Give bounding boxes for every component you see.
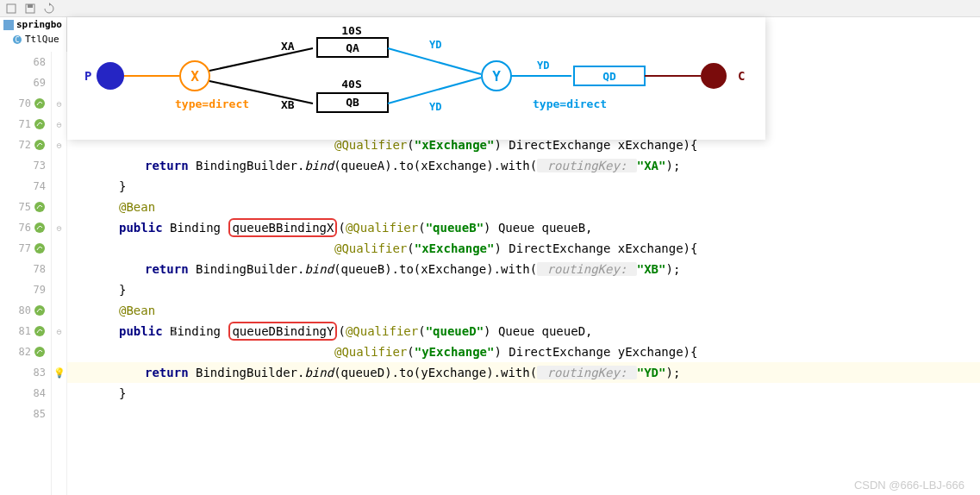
code-line-76[interactable]: public Binding queueBBindingX(@Qualifier… (67, 217, 980, 238)
bean-icon (34, 118, 46, 130)
svg-text:X: X (190, 68, 199, 85)
code-line-82[interactable]: @Qualifier("yExchange") DirectExchange y… (67, 341, 980, 362)
fold-marker[interactable]: ⊖ (52, 114, 66, 135)
save-icon[interactable] (24, 3, 36, 15)
fold-column: ⊖ ⊖ ⊖ ⊖ ⊖ (52, 52, 67, 495)
fold-marker[interactable]: ⊖ (52, 217, 66, 238)
project-root[interactable]: springbo (0, 17, 66, 32)
svg-point-40 (34, 305, 45, 316)
svg-text:YD: YD (429, 39, 441, 51)
svg-rect-0 (7, 4, 16, 13)
code-line-73[interactable]: return BindingBuilder.bind(queueA).to(xE… (67, 155, 980, 176)
code-line-79[interactable]: } (67, 279, 980, 300)
svg-text:C: C (738, 69, 745, 83)
svg-text:QA: QA (346, 41, 359, 54)
bean-icon (34, 325, 46, 337)
node-p (97, 62, 124, 90)
bean-icon (34, 304, 46, 316)
svg-line-22 (388, 78, 481, 103)
class-icon: C (12, 34, 22, 45)
svg-rect-2 (28, 4, 33, 8)
bean-icon (34, 346, 46, 358)
file-item[interactable]: C TtlQue (0, 32, 66, 47)
code-line-83[interactable]: 💡return BindingBuilder.bind(queueD).to(y… (67, 362, 980, 383)
svg-line-20 (388, 48, 481, 74)
svg-point-37 (34, 202, 45, 212)
project-label: springbo (16, 19, 62, 30)
bulb-icon[interactable]: 💡 (53, 367, 66, 379)
svg-point-34 (34, 98, 45, 109)
svg-text:XB: XB (281, 98, 295, 111)
svg-text:40S: 40S (341, 78, 362, 91)
code-line-78[interactable]: return BindingBuilder.bind(queueB).to(xE… (67, 259, 980, 279)
svg-point-39 (34, 243, 45, 254)
svg-text:YD: YD (429, 101, 441, 113)
code-line-74[interactable]: } (67, 176, 980, 197)
fold-marker[interactable]: ⊖ (52, 321, 66, 341)
code-line-81[interactable]: public Binding queueDBindingY(@Qualifier… (67, 321, 980, 341)
svg-point-41 (34, 326, 45, 336)
svg-line-10 (209, 48, 313, 71)
svg-point-35 (34, 119, 45, 129)
refresh-icon[interactable] (43, 3, 55, 15)
bean-icon (34, 242, 46, 254)
method-highlight: queueDBindingY (228, 322, 337, 341)
svg-point-38 (34, 222, 45, 233)
project-sidebar: springbo C TtlQue (0, 17, 67, 52)
method-highlight: queueBBindingX (228, 218, 337, 237)
fold-marker[interactable]: ⊖ (52, 135, 66, 155)
svg-text:C: C (16, 36, 20, 44)
svg-point-36 (34, 140, 45, 150)
svg-rect-3 (3, 20, 14, 30)
svg-point-42 (34, 347, 45, 357)
project-icon (3, 20, 14, 30)
bean-icon (34, 97, 46, 110)
svg-text:Y: Y (492, 68, 501, 85)
bean-icon (34, 139, 46, 151)
code-line-77[interactable]: @Qualifier("xExchange") DirectExchange x… (67, 238, 980, 259)
code-line-80[interactable]: @Bean (67, 300, 980, 321)
diagram-overlay: P X type=direct XA XB 10S QA 40S QB YD Y… (67, 17, 765, 140)
bean-icon (34, 201, 46, 213)
p-label: P (84, 69, 91, 83)
text-cursor: I (171, 324, 178, 338)
svg-text:type=direct: type=direct (533, 97, 607, 110)
svg-text:QD: QD (602, 70, 616, 83)
svg-text:XA: XA (281, 40, 295, 53)
svg-point-32 (701, 63, 727, 89)
gutter: 68 69 70 71 72 73 74 75 76 77 78 79 80 8… (0, 52, 52, 495)
bean-icon (34, 222, 46, 234)
toolbar-icon-1[interactable] (5, 3, 17, 15)
fold-marker[interactable]: ⊖ (52, 93, 66, 114)
svg-text:QB: QB (346, 96, 359, 109)
code-line-75[interactable]: @Bean (67, 197, 980, 217)
code-line-84[interactable]: } (67, 383, 980, 404)
file-label: TtlQue (25, 34, 59, 45)
svg-text:type=direct: type=direct (175, 97, 249, 110)
svg-text:10S: 10S (341, 24, 362, 37)
toolbar (0, 0, 980, 17)
watermark: CSDN @666-LBJ-666 (854, 479, 964, 492)
svg-text:YD: YD (537, 60, 549, 72)
